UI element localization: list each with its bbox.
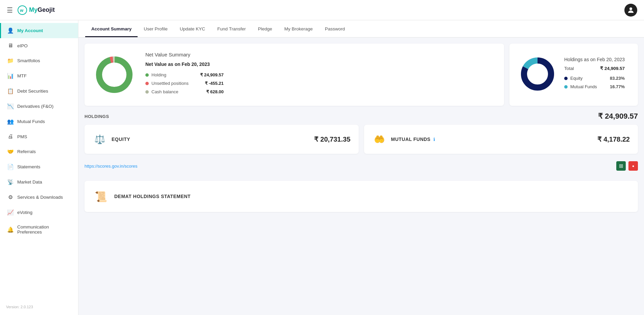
sidebar-item-market-data[interactable]: 📡 Market Data <box>0 174 78 190</box>
sidebar-item-mutual-funds[interactable]: 👥 Mutual Funds <box>0 114 78 129</box>
sidebar-item-pms[interactable]: 🖨 PMS <box>0 129 78 144</box>
holdings-total-value: ₹ 24,909.57 <box>600 66 625 71</box>
sidebar-item-mtf[interactable]: 📊 MTF <box>0 68 78 83</box>
user-avatar[interactable] <box>624 4 637 17</box>
tab-pledge[interactable]: Pledge <box>252 20 278 37</box>
pdf-export-button[interactable]: ● <box>628 161 638 171</box>
debt-icon: 📋 <box>7 88 14 94</box>
derivatives-icon: 📉 <box>7 103 14 110</box>
sidebar-item-statements[interactable]: 📄 Statements <box>0 159 78 174</box>
mutual-funds-card-value: ₹ 4,178.22 <box>597 135 630 143</box>
tab-my-brokerage[interactable]: My Brokerage <box>278 20 319 37</box>
hamburger-menu[interactable]: ☰ <box>7 6 13 14</box>
unsettled-label: Unsettled positions <box>151 81 189 86</box>
holding-cards-row: ⚖️ EQUITY ₹ 20,731.35 🤲 MUTUAL FUNDS ℹ <box>85 125 638 154</box>
tab-fund-transfer[interactable]: Fund Transfer <box>211 20 252 37</box>
net-value-card: Net Value Summary Net Value as on Feb 20… <box>85 44 504 106</box>
mf-legend-label: Mutual Funds <box>570 84 597 89</box>
equity-legend-row: Equity 83.23% <box>564 76 625 81</box>
brand-name: MyGeojit <box>29 6 55 14</box>
brand-logo: w MyGeojit <box>18 5 55 15</box>
equity-card-value: ₹ 20,731.35 <box>314 135 351 143</box>
main-content: Account Summary User Profile Update KYC … <box>78 20 644 315</box>
net-value-donut <box>94 54 135 95</box>
sidebar-label-pms: PMS <box>17 134 27 139</box>
sidebar-item-my-account[interactable]: 👤 My Account <box>0 23 78 38</box>
sidebar-label-my-account: My Account <box>17 28 43 33</box>
equity-card-left: ⚖️ EQUITY <box>93 132 130 146</box>
holdings-donut-container <box>519 55 556 94</box>
net-value-title: Net Value Summary <box>145 52 224 57</box>
sidebar-label-services: Services & Downloads <box>17 195 63 200</box>
svg-point-2 <box>629 7 632 10</box>
tab-bar: Account Summary User Profile Update KYC … <box>78 20 644 38</box>
sidebar-label-comm-pref: Communication Preferences <box>17 224 72 235</box>
sidebar-item-derivatives[interactable]: 📉 Derivatives (F&O) <box>0 99 78 114</box>
sidebar-item-smartfolios[interactable]: 📁 Smartfolios <box>0 53 78 68</box>
sidebar-item-evoting[interactable]: 📈 eVoting <box>0 205 78 220</box>
legend-holding: Holding ₹ 24,909.57 <box>145 72 224 77</box>
holdings-summary-title: Holdings as on Feb 20, 2023 <box>564 57 625 62</box>
sidebar-label-referrals: Referrals <box>17 149 36 154</box>
sidebar-item-communication-preferences[interactable]: 🔔 Communication Preferences <box>0 220 78 239</box>
sidebar-label-debt: Debt Securities <box>17 89 48 94</box>
tab-account-summary[interactable]: Account Summary <box>85 20 138 37</box>
mutual-funds-holding-icon: 🤲 <box>372 132 386 146</box>
legend-unsettled: Unsettled positions ₹ -455.21 <box>145 81 224 86</box>
net-value-info: Net Value Summary Net Value as on Feb 20… <box>145 52 224 98</box>
sidebar-label-market-data: Market Data <box>17 179 42 185</box>
sidebar-label-eipo: eIPO <box>17 43 28 48</box>
referrals-icon: 🤝 <box>7 148 14 155</box>
smartfolios-icon: 📁 <box>7 57 14 64</box>
holding-dot <box>145 73 149 77</box>
sidebar-item-eipo[interactable]: 🖥 eIPO <box>0 38 78 53</box>
sidebar: 👤 My Account 🖥 eIPO 📁 Smartfolios 📊 MTF … <box>0 20 78 315</box>
scores-link[interactable]: https://scores.gov.in/scores <box>85 164 138 169</box>
comm-pref-icon: 🔔 <box>7 226 14 233</box>
svg-text:w: w <box>20 8 24 13</box>
services-icon: ⚙ <box>7 194 14 200</box>
equity-legend-label: Equity <box>570 76 582 81</box>
evoting-icon: 📈 <box>7 209 14 216</box>
statements-icon: 📄 <box>7 164 14 170</box>
holdings-summary-info: Holdings as on Feb 20, 2023 Total ₹ 24,9… <box>564 57 625 93</box>
equity-card[interactable]: ⚖️ EQUITY ₹ 20,731.35 <box>85 125 359 154</box>
holdings-total-label: Total <box>564 66 574 71</box>
mf-legend-pct: 16.77% <box>610 84 625 89</box>
mf-label-text: MUTUAL FUNDS <box>391 137 431 142</box>
sidebar-label-evoting: eVoting <box>17 210 32 215</box>
equity-card-label: EQUITY <box>112 137 130 142</box>
mtf-icon: 📊 <box>7 73 14 79</box>
demat-card[interactable]: 📜 DEMAT HOLDINGS STATEMENT <box>85 181 638 212</box>
pms-icon: 🖨 <box>7 134 14 140</box>
sidebar-item-services-downloads[interactable]: ⚙ Services & Downloads <box>0 190 78 205</box>
net-value-date: Net Value as on Feb 20, 2023 <box>145 62 224 67</box>
eipo-icon: 🖥 <box>7 43 14 49</box>
sidebar-item-debt-securities[interactable]: 📋 Debt Securities <box>0 83 78 99</box>
holdings-summary-card: Holdings as on Feb 20, 2023 Total ₹ 24,9… <box>509 44 638 106</box>
equity-legend-pct: 83.23% <box>610 76 625 81</box>
my-account-icon: 👤 <box>7 27 14 34</box>
holdings-header: HOLDINGS ₹ 24,909.57 <box>85 112 638 121</box>
holdings-legend: Equity 83.23% Mutual Funds 16.77% <box>564 76 625 89</box>
holdings-section-title: HOLDINGS <box>85 114 109 119</box>
holding-label: Holding <box>151 72 166 77</box>
tab-user-profile[interactable]: User Profile <box>138 20 174 37</box>
sidebar-label-mtf: MTF <box>17 73 27 78</box>
mf-legend-row: Mutual Funds 16.77% <box>564 84 625 89</box>
version-label: Version: 2.0.123 <box>0 301 78 312</box>
sidebar-label-mutual-funds: Mutual Funds <box>17 119 45 124</box>
mutual-funds-card[interactable]: 🤲 MUTUAL FUNDS ℹ ₹ 4,178.22 <box>364 125 638 154</box>
tab-password[interactable]: Password <box>319 20 351 37</box>
sidebar-item-referrals[interactable]: 🤝 Referrals <box>0 144 78 159</box>
sidebar-label-derivatives: Derivatives (F&O) <box>17 104 53 109</box>
market-data-icon: 📡 <box>7 179 14 185</box>
svg-point-4 <box>99 59 129 90</box>
equity-dot <box>564 77 568 80</box>
tab-update-kyc[interactable]: Update KYC <box>174 20 211 37</box>
brand-icon: w <box>18 5 27 15</box>
excel-export-button[interactable]: ⊞ <box>616 161 626 171</box>
topbar: ☰ w MyGeojit <box>0 0 644 20</box>
cash-label: Cash balance <box>151 89 178 94</box>
cash-dot <box>145 90 149 94</box>
